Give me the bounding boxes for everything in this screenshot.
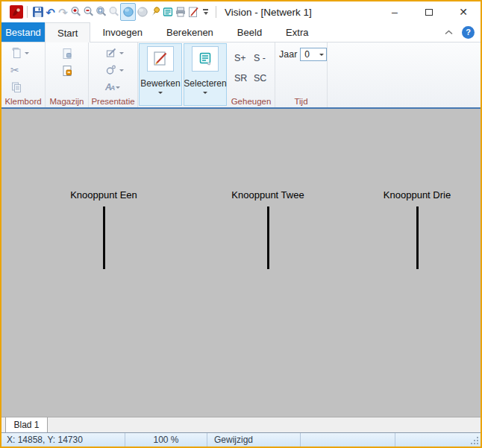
collapse-ribbon-button[interactable] — [442, 25, 455, 39]
tabbar-right-controls: ? — [442, 22, 481, 42]
titlebar-separator — [216, 6, 216, 18]
node-label: Knooppunt Een — [70, 189, 137, 201]
print-icon — [175, 6, 187, 18]
node-label: Knooppunt Drie — [384, 189, 451, 201]
tab-invoegen[interactable]: Invoegen — [90, 22, 154, 42]
font-style-button[interactable]: AA — [105, 81, 137, 94]
undo-button[interactable]: ↶ — [44, 3, 57, 21]
document-blue-badge-icon — [61, 48, 73, 60]
node-busbar-line[interactable] — [416, 206, 419, 269]
zoom-in-icon — [70, 6, 82, 18]
resize-grip[interactable] — [471, 437, 479, 445]
status-zoom-level: 100 % — [125, 433, 207, 447]
zoom-window-button[interactable] — [95, 3, 107, 21]
undo-icon: ↶ — [46, 7, 55, 18]
edit-icon — [187, 6, 199, 18]
line-style-button[interactable] — [105, 46, 137, 60]
print-button[interactable] — [174, 3, 187, 21]
tab-extra[interactable]: Extra — [274, 22, 320, 42]
help-button[interactable]: ? — [462, 26, 475, 39]
maximize-button[interactable] — [412, 1, 446, 22]
circles-style-icon — [105, 64, 117, 76]
network-node-twee[interactable]: Knooppunt Twee — [212, 189, 324, 269]
bewerken-iconbox — [147, 46, 174, 72]
group-label-presentatie: Presentatie — [89, 97, 137, 106]
zoom-previous-icon — [108, 6, 120, 18]
ellipse-tool-button[interactable] — [120, 3, 136, 21]
jaar-value: 0 — [304, 49, 319, 60]
qat-menu-button[interactable] — [199, 3, 212, 21]
edit-button[interactable] — [187, 3, 199, 21]
memory-splus-button[interactable]: S+ — [234, 52, 254, 64]
group-label-tijd: Tijd — [275, 97, 327, 106]
zoom-previous-button[interactable] — [107, 3, 120, 21]
copy-button[interactable] — [10, 81, 45, 94]
app-icon[interactable] — [10, 5, 23, 19]
quick-access-toolbar: ↶ ↷ — [31, 1, 212, 22]
sheet-tab-blad1[interactable]: Blad 1 — [5, 417, 48, 432]
zoom-out-button[interactable] — [82, 3, 95, 21]
document-orange-badge-icon — [61, 65, 73, 77]
magazijn-open-button[interactable] — [61, 47, 73, 60]
jaar-dropdown[interactable]: 0 — [300, 48, 327, 61]
group-label-klembord: Klembord — [1, 97, 45, 106]
ribbon-tab-bar: Bestand Start Invoegen Berekenen Beeld E… — [1, 22, 481, 42]
app-window: ↶ ↷ — [0, 0, 482, 448]
memory-sr-button[interactable]: SR — [234, 72, 254, 84]
window-controls: – ✕ — [378, 1, 481, 22]
network-node-drie[interactable]: Knooppunt Drie — [361, 189, 473, 269]
zoom-in-button[interactable] — [69, 3, 82, 21]
memory-sc-button[interactable]: SC — [254, 72, 273, 84]
node-style-button[interactable] — [105, 63, 137, 77]
tab-start[interactable]: Start — [45, 22, 90, 42]
node-busbar-line[interactable] — [267, 206, 269, 269]
redo-icon: ↷ — [58, 7, 68, 18]
bewerken-button-label: Bewerken — [140, 78, 180, 89]
selecteren-list-icon — [196, 50, 214, 68]
status-modified-state: Gewijzigd — [207, 433, 301, 447]
ribbon-spacer — [328, 42, 481, 107]
network-node-een[interactable]: Knooppunt Een — [48, 189, 160, 269]
group-klembord: ✂ Klembord — [1, 42, 46, 107]
ellipse-tool-disabled-icon — [137, 6, 148, 18]
titlebar-separator — [27, 6, 28, 18]
group-bewerken[interactable]: Bewerken — [139, 43, 182, 106]
node-style-dropdown-icon — [119, 69, 124, 72]
pen-style-icon — [105, 47, 117, 59]
tab-beeld[interactable]: Beeld — [225, 22, 274, 42]
pin-button[interactable] — [148, 3, 161, 21]
close-button[interactable]: ✕ — [446, 1, 481, 22]
group-magazijn: Magazijn — [46, 42, 89, 107]
redo-button[interactable]: ↷ — [57, 3, 69, 21]
bewerken-edit-icon — [151, 50, 169, 68]
group-selecteren[interactable]: Selecteren — [184, 43, 227, 106]
scissors-icon: ✂ — [10, 64, 19, 76]
selecteren-dropdown-icon — [203, 92, 207, 94]
tab-berekenen[interactable]: Berekenen — [154, 22, 225, 42]
close-icon: ✕ — [459, 6, 468, 18]
group-geheugen: S+ S - SR SC Geheugen — [228, 42, 275, 107]
window-title: Vision - [Netwerk 1] — [225, 7, 378, 18]
save-button[interactable] — [31, 3, 44, 21]
status-empty-segment — [395, 433, 481, 447]
tab-bestand[interactable]: Bestand — [1, 22, 45, 42]
paste-dropdown-icon — [25, 52, 29, 54]
network-canvas[interactable]: Knooppunt Een Knooppunt Twee Knooppunt D… — [1, 109, 481, 417]
line-style-dropdown-icon — [119, 52, 124, 54]
select-list-icon — [162, 6, 174, 18]
cut-button[interactable]: ✂ — [10, 63, 45, 77]
node-label: Knooppunt Twee — [231, 189, 304, 201]
bewerken-dropdown-icon — [158, 92, 163, 94]
jaar-dropdown-icon — [319, 54, 324, 56]
magazijn-save-button[interactable] — [61, 64, 73, 78]
minimize-button[interactable]: – — [378, 1, 412, 22]
select-list-button[interactable] — [161, 3, 174, 21]
minimize-icon: – — [392, 6, 398, 18]
node-busbar-line[interactable] — [103, 206, 105, 269]
save-icon — [32, 6, 44, 18]
ellipse-tool-disabled-button[interactable] — [136, 3, 148, 21]
memory-sminus-button[interactable]: S - — [254, 52, 273, 64]
group-presentatie: AA Presentatie — [89, 42, 138, 107]
font-style-icon: AA — [105, 82, 113, 92]
paste-button[interactable] — [10, 46, 45, 60]
